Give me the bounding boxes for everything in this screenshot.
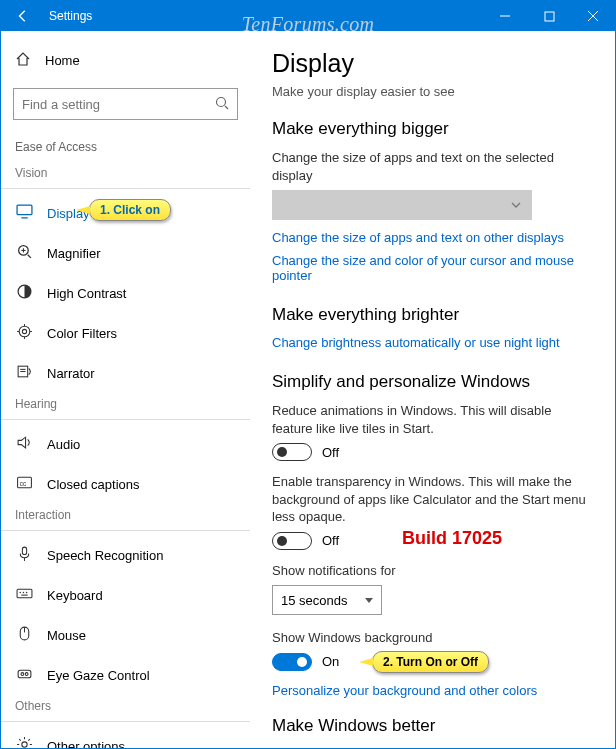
link-cursor-pointer[interactable]: Change the size and color of your cursor…: [272, 253, 593, 283]
svg-point-32: [20, 673, 23, 676]
sidebar-item-label: Mouse: [47, 628, 86, 643]
home-icon: [15, 51, 33, 70]
page-title: Display: [272, 49, 593, 78]
svg-line-7: [27, 255, 30, 258]
link-other-displays[interactable]: Change the size of apps and text on othe…: [272, 230, 593, 245]
back-button[interactable]: [1, 1, 45, 31]
toggle-transparency[interactable]: [272, 532, 312, 550]
closed-captions-icon: cc: [15, 474, 33, 494]
settings-window: TenForums.com Settings Home: [0, 0, 616, 749]
toggle-state: On: [322, 654, 339, 669]
gear-icon: [15, 736, 33, 748]
section-bigger-heading: Make everything bigger: [272, 119, 593, 139]
sidebar-item-audio[interactable]: Audio: [1, 424, 250, 464]
sidebar-item-magnifier[interactable]: Magnifier: [1, 233, 250, 273]
toggle-state: Off: [322, 445, 339, 460]
link-personalize[interactable]: Personalize your background and other co…: [272, 683, 593, 698]
section-better-heading: Make Windows better: [272, 716, 593, 736]
close-button[interactable]: [571, 1, 615, 31]
window-title: Settings: [45, 9, 92, 23]
eye-gaze-icon: [15, 665, 33, 685]
sidebar-item-other-options[interactable]: Other options: [1, 726, 250, 748]
svg-point-2: [217, 98, 226, 107]
link-brightness[interactable]: Change brightness automatically or use n…: [272, 335, 593, 350]
display-icon: [15, 203, 33, 223]
sidebar-item-label: Other options: [47, 739, 125, 749]
section-brighter-heading: Make everything brighter: [272, 305, 593, 325]
page-subtitle: Make your display easier to see: [272, 84, 593, 99]
search: [13, 88, 238, 120]
notification-duration-dropdown[interactable]: 15 seconds: [272, 585, 382, 615]
titlebar: Settings: [1, 1, 615, 31]
windows-background-label: Show Windows background: [272, 629, 593, 647]
high-contrast-icon: [15, 283, 33, 303]
toggle-state: Off: [322, 533, 339, 548]
chevron-down-icon: [510, 199, 522, 211]
sidebar-item-speech-recognition[interactable]: Speech Recognition: [1, 535, 250, 575]
search-icon: [214, 95, 230, 114]
svg-point-12: [22, 329, 26, 333]
subgroup-hearing: Hearing: [1, 393, 250, 415]
subgroup-others: Others: [1, 695, 250, 717]
home-label: Home: [45, 53, 80, 68]
size-label: Change the size of apps and text on the …: [272, 149, 593, 184]
toggle-windows-background[interactable]: [272, 653, 312, 671]
svg-rect-24: [17, 589, 32, 598]
annotation-callout-2: 2. Turn On or Off: [372, 651, 489, 673]
display-scale-dropdown[interactable]: [272, 190, 532, 220]
svg-text:cc: cc: [19, 480, 26, 487]
section-simplify-heading: Simplify and personalize Windows: [272, 372, 593, 392]
sidebar-item-label: Speech Recognition: [47, 548, 163, 563]
svg-point-34: [21, 742, 26, 747]
transparency-label: Enable transparency in Windows. This wil…: [272, 473, 593, 526]
group-ease-of-access: Ease of Access: [1, 134, 250, 162]
sidebar-item-display[interactable]: Display 1. Click on: [1, 193, 250, 233]
sidebar-item-high-contrast[interactable]: High Contrast: [1, 273, 250, 313]
svg-point-33: [25, 673, 28, 676]
svg-point-11: [19, 326, 30, 337]
svg-rect-4: [17, 205, 32, 215]
sidebar-item-label: Narrator: [47, 366, 95, 381]
svg-point-27: [25, 592, 26, 593]
sidebar-item-label: Audio: [47, 437, 80, 452]
maximize-button[interactable]: [527, 1, 571, 31]
mouse-icon: [15, 625, 33, 645]
search-input[interactable]: [13, 88, 238, 120]
minimize-button[interactable]: [483, 1, 527, 31]
svg-point-26: [22, 592, 23, 593]
sidebar-item-mouse[interactable]: Mouse: [1, 615, 250, 655]
svg-line-3: [225, 106, 228, 109]
svg-rect-22: [22, 547, 26, 554]
sidebar-item-keyboard[interactable]: Keyboard: [1, 575, 250, 615]
sidebar-item-closed-captions[interactable]: cc Closed captions: [1, 464, 250, 504]
svg-rect-31: [18, 670, 31, 677]
sidebar: Home Ease of Access Vision Display 1. Cl…: [1, 31, 250, 748]
sidebar-item-narrator[interactable]: Narrator: [1, 353, 250, 393]
toggle-reduce-animations[interactable]: [272, 443, 312, 461]
subgroup-vision: Vision: [1, 162, 250, 184]
keyboard-icon: [15, 585, 33, 605]
sidebar-item-label: Magnifier: [47, 246, 100, 261]
subgroup-interaction: Interaction: [1, 504, 250, 526]
reduce-animations-label: Reduce animations in Windows. This will …: [272, 402, 593, 437]
sidebar-item-label: High Contrast: [47, 286, 126, 301]
svg-rect-1: [545, 12, 554, 21]
notifications-label: Show notifications for: [272, 562, 593, 580]
dropdown-value: 15 seconds: [281, 593, 348, 608]
annotation-build: Build 17025: [402, 528, 502, 549]
home-button[interactable]: Home: [1, 41, 250, 80]
color-filters-icon: [15, 323, 33, 343]
speech-icon: [15, 545, 33, 565]
sidebar-item-color-filters[interactable]: Color Filters: [1, 313, 250, 353]
sidebar-item-eye-gaze[interactable]: Eye Gaze Control: [1, 655, 250, 695]
audio-icon: [15, 434, 33, 454]
annotation-callout-1: 1. Click on: [89, 199, 171, 221]
magnifier-icon: [15, 243, 33, 263]
sidebar-item-label: Eye Gaze Control: [47, 668, 150, 683]
svg-point-25: [19, 592, 20, 593]
link-feedback[interactable]: Give us feedback: [272, 746, 593, 748]
sidebar-item-label: Closed captions: [47, 477, 140, 492]
content-pane: Display Make your display easier to see …: [250, 31, 615, 748]
sidebar-item-label: Color Filters: [47, 326, 117, 341]
narrator-icon: [15, 363, 33, 383]
